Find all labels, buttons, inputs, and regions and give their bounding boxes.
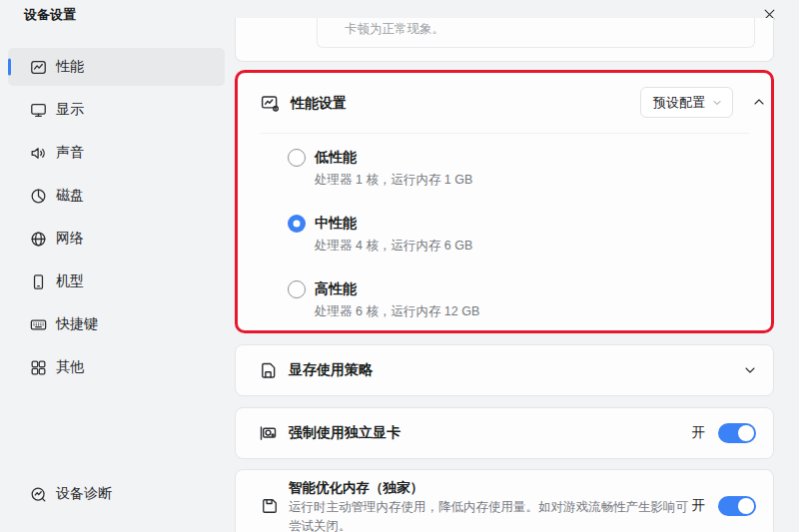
sidebar-item-label: 设备诊断	[56, 485, 112, 503]
performance-chart-icon	[29, 58, 48, 77]
window-title: 设备设置	[24, 6, 76, 24]
radio-unselected-icon[interactable]	[288, 149, 306, 167]
performance-settings-icon	[260, 93, 281, 114]
phone-icon	[29, 272, 48, 291]
sidebar-item-label: 其他	[56, 358, 84, 376]
option-description: 处理器 1 核，运行内存 1 GB	[315, 172, 472, 189]
section-title: 智能优化内存（独家）	[289, 479, 423, 497]
globe-icon	[29, 230, 48, 249]
toggle-state-label: 开	[692, 497, 706, 515]
sidebar-item-label: 快捷键	[56, 315, 98, 333]
sidebar-item-label: 机型	[56, 272, 84, 290]
device-settings-window: 设备设置 性能 显示 声音 磁盘 网络 机型 快捷键	[0, 0, 799, 532]
option-description: 处理器 4 核，运行内存 6 GB	[315, 238, 472, 255]
section-description: 运行时主动管理内存使用，降低内存使用量。如对游戏流畅性产生影响可尝试关闭。	[289, 498, 688, 532]
radio-high-performance[interactable]: 高性能	[288, 280, 479, 298]
toggle-knob	[738, 498, 754, 514]
chevron-up-icon	[751, 94, 767, 110]
divider	[260, 133, 749, 134]
memory-card-icon	[258, 360, 279, 381]
diagnosis-icon	[29, 485, 48, 504]
option-description: 处理器 6 核，运行内存 12 GB	[315, 303, 479, 320]
option-medium-performance: 中性能 处理器 4 核，运行内存 6 GB	[288, 215, 472, 255]
section-title: 性能设置	[291, 95, 347, 113]
monitor-icon	[29, 101, 48, 120]
sidebar-item-shortcuts[interactable]: 快捷键	[8, 305, 225, 343]
force-discrete-gpu-section: 强制使用独立显卡 开	[235, 407, 774, 459]
chevron-down-icon	[711, 97, 723, 109]
chevron-down-icon	[742, 362, 758, 378]
sidebar-item-disk[interactable]: 磁盘	[8, 177, 225, 215]
grid-icon	[29, 358, 48, 377]
option-label: 中性能	[315, 215, 357, 233]
sidebar-item-display[interactable]: 显示	[8, 91, 225, 129]
sidebar-item-label: 网络	[56, 230, 84, 248]
gpu-toggle-switch[interactable]	[718, 423, 756, 443]
sidebar-item-performance[interactable]: 性能	[8, 48, 225, 86]
sidebar-item-label: 磁盘	[56, 187, 84, 205]
option-low-performance: 低性能 处理器 1 核，运行内存 1 GB	[288, 149, 472, 189]
toggle-state-label: 开	[692, 424, 706, 442]
radio-unselected-icon[interactable]	[288, 280, 306, 298]
gpu-toggle-group: 开	[692, 423, 757, 443]
option-label: 高性能	[315, 280, 357, 298]
option-high-performance: 高性能 处理器 6 核，运行内存 12 GB	[288, 280, 479, 320]
inner-note-box: 卡顿为正常现象。	[317, 18, 755, 48]
toggle-knob	[738, 425, 754, 441]
sidebar-item-diagnosis[interactable]: 设备诊断	[8, 477, 225, 511]
clipped-note-text: 卡顿为正常现象。	[345, 21, 444, 38]
sidebar: 性能 显示 声音 磁盘 网络 机型 快捷键 其他	[8, 48, 225, 391]
memory-toggle-group: 开	[692, 496, 757, 516]
smart-memory-section: 智能优化内存（独家） 运行时主动管理内存使用，降低内存使用量。如对游戏流畅性产生…	[235, 469, 774, 532]
radio-selected-icon[interactable]	[288, 215, 306, 233]
section-title: 显存使用策略	[289, 361, 373, 379]
sidebar-item-other[interactable]: 其他	[8, 348, 225, 386]
sidebar-item-network[interactable]: 网络	[8, 220, 225, 258]
sidebar-item-model[interactable]: 机型	[8, 263, 225, 300]
preset-config-dropdown[interactable]: 预设配置	[640, 87, 733, 118]
sidebar-item-label: 显示	[56, 101, 84, 119]
performance-settings-section: 性能设置 预设配置 低性能 处理器 1 核，运行内存 1 GB 中性能 处理器 …	[235, 70, 774, 333]
expand-section-button[interactable]	[742, 362, 758, 378]
memory-toggle-switch[interactable]	[718, 496, 756, 516]
pie-chart-icon	[29, 187, 48, 206]
keyboard-icon	[29, 315, 48, 334]
radio-medium-performance[interactable]: 中性能	[288, 215, 472, 233]
sidebar-item-sound[interactable]: 声音	[8, 134, 225, 172]
speaker-icon	[29, 144, 48, 163]
preset-config-value: 预设配置	[653, 94, 711, 112]
section-title: 强制使用独立显卡	[289, 424, 400, 442]
collapse-section-button[interactable]	[751, 94, 767, 110]
option-label: 低性能	[315, 149, 357, 167]
sidebar-item-label: 性能	[56, 58, 84, 76]
gpu-icon	[258, 423, 279, 444]
sidebar-item-label: 声音	[56, 144, 84, 162]
radio-low-performance[interactable]: 低性能	[288, 149, 472, 167]
vram-strategy-section[interactable]: 显存使用策略	[235, 344, 774, 396]
scrolled-card-partial: 卡顿为正常现象。	[235, 18, 774, 62]
save-disk-icon	[260, 496, 280, 516]
